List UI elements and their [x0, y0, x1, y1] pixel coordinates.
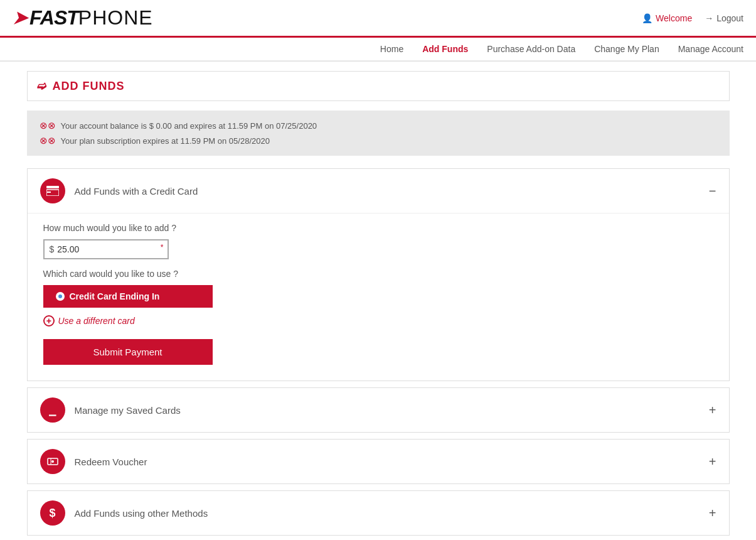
logout-label: Logout — [716, 13, 743, 23]
add-funds-toggle[interactable]: − — [709, 184, 716, 198]
credit-card-ending-button[interactable]: Credit Card Ending In — [43, 285, 213, 308]
svg-point-5 — [51, 460, 54, 463]
redeem-header[interactable]: Redeem Voucher + — [28, 440, 729, 483]
add-funds-body: How much would you like to add ? $ * Whi… — [28, 213, 729, 381]
nav-change-plan[interactable]: Change My Plan — [594, 44, 659, 54]
section-header-left: Add Funds with a Credit Card — [40, 178, 198, 203]
plan-text: Your plan subscription expires at 11.59 … — [61, 136, 270, 146]
dollar-icon: $ — [49, 507, 55, 520]
other-methods-left: $ Add Funds using other Methods — [40, 500, 208, 526]
voucher-icon-svg — [47, 456, 58, 467]
header: ➤ FASTPHONE 👤 Welcome → Logout — [0, 0, 756, 38]
credit-card-section-icon — [40, 178, 65, 203]
use-different-label: Use a different card — [58, 316, 135, 326]
dollar-sign: $ — [50, 244, 55, 254]
nav-home[interactable]: Home — [380, 44, 403, 54]
person-icon: 👤 — [642, 13, 652, 23]
credit-card-btn-label: Credit Card Ending In — [70, 291, 160, 301]
logo-arrow-icon: ➤ — [13, 8, 27, 28]
logo-fast: FAST — [29, 6, 78, 30]
nav-manage-account[interactable]: Manage Account — [678, 44, 743, 54]
plan-info-row: ⊗ Your plan subscription expires at 11.5… — [40, 135, 717, 146]
main-content: ➫ ADD FUNDS ⊗ Your account balance is $ … — [14, 62, 742, 540]
card-label: Which card would you like to use ? — [43, 269, 713, 279]
submit-payment-button[interactable]: Submit Payment — [43, 339, 213, 365]
logo-phone: PHONE — [78, 6, 153, 30]
manage-cards-header[interactable]: ⎯ Manage my Saved Cards + — [28, 388, 729, 432]
redeem-title: Redeem Voucher — [75, 456, 147, 467]
amount-input[interactable] — [57, 244, 145, 254]
plus-circle-icon: + — [43, 315, 55, 327]
nav-add-funds[interactable]: Add Funds — [422, 44, 468, 54]
redeem-left: Redeem Voucher — [40, 449, 147, 474]
manage-cards-icon-circle: ⎯ — [40, 397, 65, 423]
other-methods-title: Add Funds using other Methods — [75, 508, 208, 519]
amount-input-wrapper: $ * — [43, 239, 169, 259]
manage-cards-icon: ⎯ — [49, 404, 56, 417]
credit-card-icon-svg — [46, 186, 59, 196]
welcome-label: Welcome — [656, 13, 692, 23]
other-methods-header[interactable]: $ Add Funds using other Methods + — [28, 491, 729, 535]
warning-icon-plan: ⊗ — [40, 135, 56, 146]
redeem-toggle[interactable]: + — [709, 455, 716, 469]
redeem-icon-circle — [40, 449, 65, 474]
other-methods-toggle[interactable]: + — [709, 506, 716, 521]
nav-purchase-addon[interactable]: Purchase Add-on Data — [487, 44, 575, 54]
balance-text: Your account balance is $ 0.00 and expir… — [61, 121, 317, 131]
nav: Home Add Funds Purchase Add-on Data Chan… — [0, 38, 756, 61]
warning-icon-balance: ⊗ — [40, 120, 56, 131]
page-title-bar: ➫ ADD FUNDS — [27, 71, 730, 101]
manage-cards-panel: ⎯ Manage my Saved Cards + — [27, 387, 730, 433]
logout-link[interactable]: → Logout — [705, 13, 743, 23]
manage-cards-left: ⎯ Manage my Saved Cards — [40, 397, 181, 423]
page-title: ADD FUNDS — [53, 80, 125, 93]
balance-info-row: ⊗ Your account balance is $ 0.00 and exp… — [40, 120, 717, 131]
svg-rect-0 — [46, 186, 59, 188]
use-different-card-link[interactable]: + Use a different card — [43, 315, 713, 327]
other-methods-icon-circle: $ — [40, 500, 65, 526]
info-box: ⊗ Your account balance is $ 0.00 and exp… — [27, 111, 730, 156]
amount-label: How much would you like to add ? — [43, 223, 713, 233]
other-methods-panel: $ Add Funds using other Methods + — [27, 490, 730, 536]
header-right: 👤 Welcome → Logout — [642, 13, 743, 23]
logo: ➤ FASTPHONE — [13, 6, 153, 30]
required-star: * — [161, 243, 164, 252]
manage-cards-title: Manage my Saved Cards — [75, 405, 181, 416]
logout-icon: → — [705, 13, 713, 23]
add-funds-credit-card-panel: Add Funds with a Credit Card − How much … — [27, 168, 730, 381]
page-title-chevron-icon: ➫ — [37, 79, 46, 93]
radio-selected-icon — [56, 292, 65, 301]
add-funds-header[interactable]: Add Funds with a Credit Card − — [28, 169, 729, 213]
add-funds-section-title: Add Funds with a Credit Card — [75, 186, 198, 197]
submit-label: Submit Payment — [93, 347, 162, 357]
redeem-voucher-panel: Redeem Voucher + — [27, 439, 730, 484]
nav-wrapper: Home Add Funds Purchase Add-on Data Chan… — [0, 38, 756, 62]
welcome-link[interactable]: 👤 Welcome — [642, 13, 692, 23]
manage-cards-toggle[interactable]: + — [709, 403, 716, 418]
svg-rect-2 — [47, 192, 51, 193]
